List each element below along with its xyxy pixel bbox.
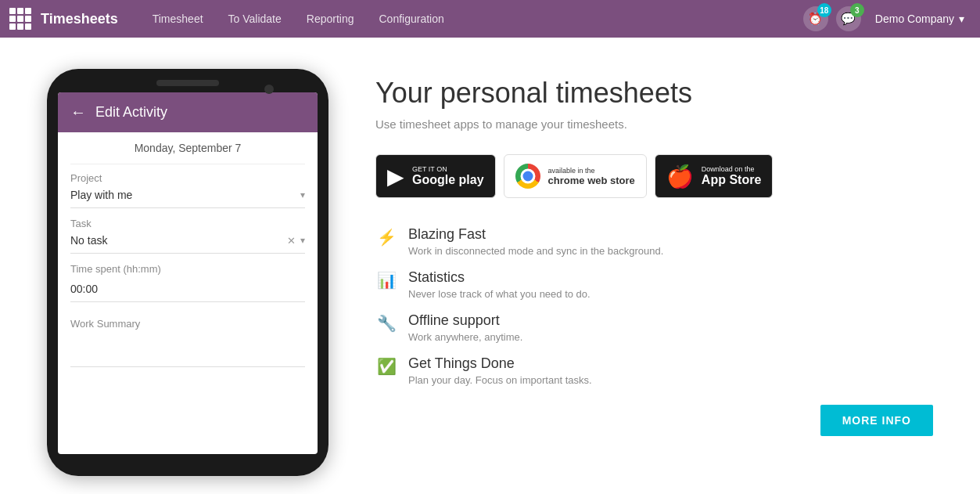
message-badge: 3: [850, 3, 864, 17]
app-brand: Timesheets: [41, 11, 118, 27]
chrome-store-text: available in the chrome web store: [548, 167, 635, 186]
chrome-logo-icon: [515, 164, 540, 189]
feature-title-3: Get Things Done: [408, 355, 592, 372]
screen-header: ← Edit Activity: [58, 92, 318, 132]
phone-mockup: ← Edit Activity Monday, September 7 Proj…: [47, 69, 328, 476]
company-name: Demo Company: [875, 13, 954, 25]
task-field: Task No task ✕ ▾: [70, 210, 305, 254]
feature-desc-1: Never lose track of what you need to do.: [408, 288, 591, 300]
more-info-button[interactable]: MORE INFO: [820, 405, 933, 436]
feature-title-2: Offline support: [408, 312, 522, 329]
time-label: Time spent (hh:mm): [70, 263, 305, 275]
navbar: Timesheets Timesheet To Validate Reporti…: [0, 0, 980, 38]
store-buttons: ▶ GET IT ON Google play available in the…: [375, 154, 933, 198]
nav-configuration[interactable]: Configuration: [368, 8, 455, 30]
feature-desc-3: Plan your day. Focus on important tasks.: [408, 374, 592, 386]
work-summary-input-area[interactable]: [70, 336, 305, 367]
nav-reporting[interactable]: Reporting: [296, 8, 365, 30]
project-value: Play with me: [70, 189, 300, 201]
back-arrow-icon[interactable]: ←: [70, 103, 86, 121]
google-play-icon: ▶: [387, 164, 404, 189]
nav-to-validate[interactable]: To Validate: [217, 8, 293, 30]
promo-subtitle: Use timesheet apps to manage your timesh…: [375, 117, 933, 131]
project-dropdown-icon: ▾: [300, 189, 305, 200]
project-field: Project Play with me ▾: [70, 164, 305, 208]
feature-statistics: 📊 Statistics Never lose track of what yo…: [375, 269, 933, 300]
apple-store-button[interactable]: 🍎 Download on the App Store: [655, 154, 773, 198]
project-select[interactable]: Play with me ▾: [70, 189, 305, 208]
phone-camera: [264, 85, 274, 94]
google-play-button[interactable]: ▶ GET IT ON Google play: [375, 154, 496, 198]
feature-blazing-fast: ⚡ Blazing Fast Work in disconnected mode…: [375, 226, 933, 257]
apple-icon: 🍎: [666, 164, 694, 189]
more-info-row: MORE INFO: [375, 405, 933, 436]
task-clear-icon[interactable]: ✕: [287, 235, 296, 247]
feature-title-0: Blazing Fast: [408, 226, 663, 243]
features-list: ⚡ Blazing Fast Work in disconnected mode…: [375, 226, 933, 386]
feature-get-things-done: ✅ Get Things Done Plan your day. Focus o…: [375, 355, 933, 386]
phone-screen: ← Edit Activity Monday, September 7 Proj…: [58, 92, 318, 454]
work-summary-label: Work Summary: [70, 318, 305, 330]
time-field: Time spent (hh:mm): [70, 255, 305, 302]
phone-speaker: [156, 80, 219, 86]
right-content: Your personal timesheets Use timesheet a…: [375, 61, 933, 476]
company-dropdown-icon: ▾: [959, 13, 964, 25]
nav-timesheet[interactable]: Timesheet: [142, 8, 214, 30]
bar-chart-icon: 📊: [375, 271, 397, 290]
project-label: Project: [70, 172, 305, 184]
wrench-icon: 🔧: [375, 314, 397, 333]
nav-actions: ⏰ 18 💬 3 Demo Company ▾: [803, 6, 971, 31]
feature-offline: 🔧 Offline support Work anywhere, anytime…: [375, 312, 933, 343]
feature-desc-2: Work anywhere, anytime.: [408, 331, 522, 343]
company-menu[interactable]: Demo Company ▾: [869, 9, 971, 28]
screen-title: Edit Activity: [95, 104, 167, 121]
checkmark-icon: ✅: [375, 357, 397, 376]
screen-body: Monday, September 7 Project Play with me…: [58, 132, 318, 367]
task-dropdown-icon: ▾: [300, 235, 305, 246]
feature-title-1: Statistics: [408, 269, 591, 286]
notification-badge: 18: [817, 3, 831, 17]
nav-links: Timesheet To Validate Reporting Configur…: [142, 8, 803, 30]
task-select[interactable]: No task ✕ ▾: [70, 234, 305, 254]
activity-icon-btn[interactable]: ⏰ 18: [803, 6, 828, 31]
grid-menu-icon[interactable]: [9, 8, 31, 30]
screen-date: Monday, September 7: [70, 132, 305, 164]
google-play-text: GET IT ON Google play: [412, 165, 484, 187]
message-icon-btn[interactable]: 💬 3: [836, 6, 861, 31]
feature-desc-0: Work in disconnected mode and sync in th…: [408, 245, 663, 257]
phone-wrapper: ← Edit Activity Monday, September 7 Proj…: [47, 61, 328, 476]
work-summary-field: Work Summary: [70, 302, 305, 367]
promo-title: Your personal timesheets: [375, 77, 933, 110]
apple-store-text: Download on the App Store: [702, 165, 761, 187]
chrome-store-button[interactable]: available in the chrome web store: [504, 154, 647, 198]
task-value: No task: [70, 234, 287, 247]
main-content: ← Edit Activity Monday, September 7 Proj…: [0, 38, 980, 494]
task-label: Task: [70, 218, 305, 229]
lightning-icon: ⚡: [375, 228, 397, 247]
time-input[interactable]: [70, 279, 305, 302]
